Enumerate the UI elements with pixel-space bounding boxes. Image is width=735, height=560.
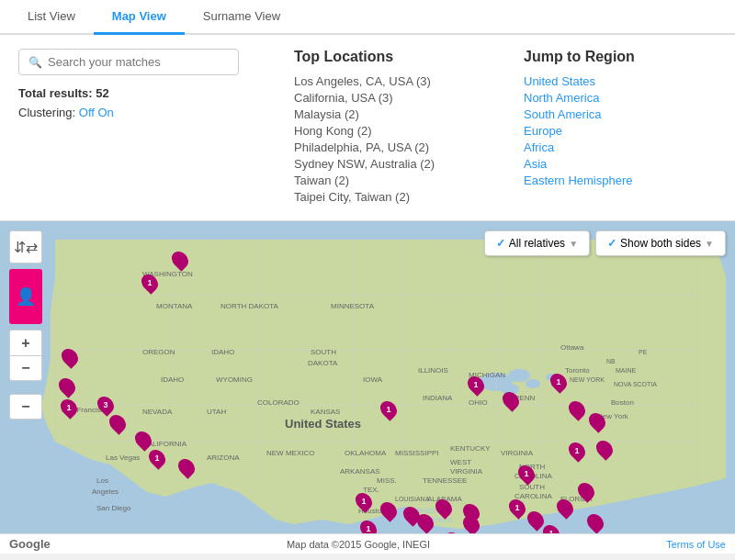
svg-text:NOVA SCOTIA: NOVA SCOTIA: [614, 381, 657, 387]
location-item: Taipei City, Taiwan (2): [294, 190, 487, 204]
map-pin[interactable]: [570, 400, 584, 419]
map-pin[interactable]: [590, 412, 605, 431]
svg-text:VIRGINIA: VIRGINIA: [501, 449, 534, 457]
map-pin[interactable]: [436, 498, 451, 517]
svg-text:OHIO: OHIO: [469, 398, 487, 407]
svg-text:ARKANSAS: ARKANSAS: [340, 467, 380, 476]
check-icon-2: ✓: [607, 237, 616, 250]
svg-text:NEVADA: NEVADA: [142, 408, 173, 416]
zoom-out-button[interactable]: −: [9, 355, 42, 381]
clustering-label: Clustering:: [18, 106, 75, 119]
region-item[interactable]: Europe: [524, 124, 717, 138]
map-pin[interactable]: 1: [361, 520, 376, 533]
svg-text:San Diego: San Diego: [96, 504, 131, 512]
map-pin[interactable]: 1: [551, 373, 566, 391]
location-item: Philadelphia, PA, USA (2): [294, 140, 487, 154]
map-container[interactable]: Gulf of Mexico WASHINGTON MONTANA NORTH …: [0, 221, 735, 533]
relatives-label: All relatives: [509, 237, 565, 250]
region-item[interactable]: North America: [524, 91, 717, 105]
map-pin[interactable]: [110, 414, 125, 432]
google-logo: Google: [9, 537, 51, 551]
map-pin[interactable]: [558, 498, 572, 517]
map-pin[interactable]: 1: [150, 449, 164, 467]
map-pin[interactable]: [503, 391, 518, 409]
street-view-control[interactable]: 👤: [9, 269, 42, 324]
top-locations-heading: Top Locations: [294, 49, 487, 65]
chevron-down-icon-2: ▼: [705, 239, 714, 249]
svg-text:IDAHO: IDAHO: [211, 348, 234, 356]
svg-text:MAINE: MAINE: [616, 367, 637, 374]
map-pin[interactable]: [381, 501, 396, 520]
svg-point-4: [526, 379, 540, 388]
location-item: Sydney NSW, Australia (2): [294, 157, 487, 171]
svg-text:Angeles: Angeles: [92, 487, 119, 496]
map-pin[interactable]: 1: [356, 492, 371, 510]
tab-list-view[interactable]: List View: [9, 0, 94, 35]
map-pin[interactable]: [597, 440, 612, 458]
region-item[interactable]: Eastern Hemisphere: [524, 174, 717, 187]
region-item[interactable]: South America: [524, 107, 717, 121]
map-pin[interactable]: [579, 482, 594, 500]
tab-bar: List View Map View Surname View: [0, 0, 735, 35]
svg-text:ARIZONA: ARIZONA: [207, 454, 240, 462]
svg-text:Boston: Boston: [611, 398, 634, 407]
top-panel: 🔍 Total results: 52 Clustering: Off On T…: [0, 35, 735, 221]
search-box[interactable]: 🔍: [18, 49, 239, 75]
zoom-out-button-2[interactable]: −: [9, 394, 42, 420]
search-icon: 🔍: [28, 56, 42, 69]
search-input[interactable]: [48, 55, 229, 69]
total-results-line: Total results: 52: [18, 86, 257, 100]
map-pin[interactable]: 1: [519, 465, 534, 483]
clustering-line: Clustering: Off On: [18, 106, 257, 119]
map-pin[interactable]: [179, 458, 194, 476]
svg-text:MONTANA: MONTANA: [156, 302, 193, 310]
compass-control[interactable]: ⇵⇄: [9, 230, 42, 263]
tab-map-view[interactable]: Map View: [94, 0, 185, 35]
svg-text:ILLINOIS: ILLINOIS: [418, 366, 448, 375]
map-pin[interactable]: [60, 377, 74, 396]
map-footer: Google Map data ©2015 Google, INEGI Term…: [0, 533, 735, 554]
tab-surname-view[interactable]: Surname View: [185, 0, 299, 35]
map-pin[interactable]: 1: [510, 498, 525, 517]
top-locations-column: Top Locations Los Angeles, CA, USA (3)Ca…: [294, 49, 487, 207]
map-pin[interactable]: [588, 513, 603, 532]
map-background: Gulf of Mexico WASHINGTON MONTANA NORTH …: [0, 221, 735, 533]
map-pin[interactable]: [62, 348, 77, 366]
map-pin[interactable]: [464, 515, 479, 533]
map-pin[interactable]: 1: [469, 375, 483, 394]
map-pin[interactable]: [528, 510, 543, 529]
svg-text:SOUTH: SOUTH: [311, 348, 336, 356]
region-item[interactable]: Asia: [524, 157, 717, 171]
svg-text:Las Vegas: Las Vegas: [106, 454, 140, 462]
zoom-in-button[interactable]: +: [9, 330, 42, 355]
map-pin[interactable]: 1: [62, 398, 76, 417]
relatives-filter-button[interactable]: ✓ All relatives ▼: [484, 230, 590, 256]
show-both-sides-button[interactable]: ✓ Show both sides ▼: [595, 230, 726, 256]
location-item: Los Angeles, CA, USA (3): [294, 74, 487, 88]
map-pin[interactable]: 3: [98, 396, 113, 414]
map-pin[interactable]: [136, 431, 151, 449]
map-pin[interactable]: 1: [570, 442, 584, 460]
terms-of-use-link[interactable]: Terms of Use: [666, 539, 726, 550]
region-item[interactable]: Africa: [524, 140, 717, 154]
svg-text:MINNESOTA: MINNESOTA: [331, 302, 375, 310]
clustering-off[interactable]: Off: [79, 106, 95, 119]
svg-text:NB: NB: [606, 358, 616, 364]
jump-to-region-column: Jump to Region United StatesNorth Americ…: [524, 49, 717, 207]
map-pin[interactable]: 1: [142, 274, 157, 292]
svg-text:IOWA: IOWA: [363, 375, 383, 384]
location-item: Taiwan (2): [294, 174, 487, 187]
map-pin[interactable]: [418, 513, 433, 532]
map-pin[interactable]: 1: [446, 532, 460, 533]
search-column: 🔍 Total results: 52 Clustering: Off On: [18, 49, 257, 207]
map-pin[interactable]: 1: [381, 400, 396, 419]
region-item[interactable]: United States: [524, 74, 717, 88]
map-pin[interactable]: [173, 251, 187, 269]
svg-text:COLORADO: COLORADO: [257, 398, 300, 407]
svg-text:WYOMING: WYOMING: [216, 375, 253, 384]
map-pin[interactable]: 1: [544, 524, 559, 533]
total-results-label: Total results:: [18, 86, 93, 100]
location-item: Hong Kong (2): [294, 124, 487, 138]
svg-text:INDIANA: INDIANA: [423, 394, 453, 402]
clustering-on[interactable]: On: [98, 106, 114, 119]
